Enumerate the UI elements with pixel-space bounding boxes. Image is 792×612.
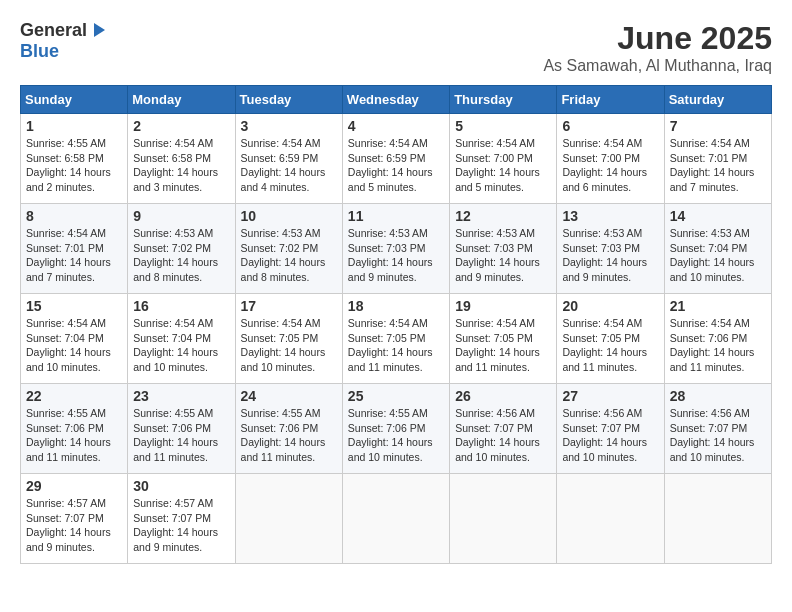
day-number: 22: [26, 388, 122, 404]
cell-info: Sunrise: 4:54 AMSunset: 7:04 PMDaylight:…: [26, 316, 122, 375]
calendar-cell: 8 Sunrise: 4:54 AMSunset: 7:01 PMDayligh…: [21, 204, 128, 294]
day-number: 18: [348, 298, 444, 314]
day-number: 30: [133, 478, 229, 494]
day-number: 20: [562, 298, 658, 314]
cell-info: Sunrise: 4:54 AMSunset: 7:05 PMDaylight:…: [348, 316, 444, 375]
calendar-cell: 30 Sunrise: 4:57 AMSunset: 7:07 PMDaylig…: [128, 474, 235, 564]
cell-info: Sunrise: 4:54 AMSunset: 6:59 PMDaylight:…: [348, 136, 444, 195]
day-number: 17: [241, 298, 337, 314]
calendar-cell: 16 Sunrise: 4:54 AMSunset: 7:04 PMDaylig…: [128, 294, 235, 384]
cell-info: Sunrise: 4:54 AMSunset: 7:05 PMDaylight:…: [562, 316, 658, 375]
location-title: As Samawah, Al Muthanna, Iraq: [543, 57, 772, 75]
calendar-cell: 29 Sunrise: 4:57 AMSunset: 7:07 PMDaylig…: [21, 474, 128, 564]
svg-marker-0: [94, 23, 105, 37]
cell-info: Sunrise: 4:53 AMSunset: 7:03 PMDaylight:…: [455, 226, 551, 285]
page-header: General Blue June 2025 As Samawah, Al Mu…: [20, 20, 772, 75]
cell-info: Sunrise: 4:55 AMSunset: 7:06 PMDaylight:…: [348, 406, 444, 465]
calendar-cell: [235, 474, 342, 564]
calendar-cell: 25 Sunrise: 4:55 AMSunset: 7:06 PMDaylig…: [342, 384, 449, 474]
calendar-cell: 2 Sunrise: 4:54 AMSunset: 6:58 PMDayligh…: [128, 114, 235, 204]
cell-info: Sunrise: 4:53 AMSunset: 7:02 PMDaylight:…: [133, 226, 229, 285]
cell-info: Sunrise: 4:56 AMSunset: 7:07 PMDaylight:…: [562, 406, 658, 465]
calendar-cell: 3 Sunrise: 4:54 AMSunset: 6:59 PMDayligh…: [235, 114, 342, 204]
logo: General Blue: [20, 20, 107, 62]
header-wednesday: Wednesday: [342, 86, 449, 114]
calendar-cell: 20 Sunrise: 4:54 AMSunset: 7:05 PMDaylig…: [557, 294, 664, 384]
day-number: 29: [26, 478, 122, 494]
day-number: 13: [562, 208, 658, 224]
calendar-cell: 6 Sunrise: 4:54 AMSunset: 7:00 PMDayligh…: [557, 114, 664, 204]
day-number: 28: [670, 388, 766, 404]
header-thursday: Thursday: [450, 86, 557, 114]
day-number: 1: [26, 118, 122, 134]
cell-info: Sunrise: 4:53 AMSunset: 7:03 PMDaylight:…: [562, 226, 658, 285]
week-row-2: 8 Sunrise: 4:54 AMSunset: 7:01 PMDayligh…: [21, 204, 772, 294]
month-title: June 2025: [543, 20, 772, 57]
cell-info: Sunrise: 4:54 AMSunset: 7:04 PMDaylight:…: [133, 316, 229, 375]
day-number: 11: [348, 208, 444, 224]
header-sunday: Sunday: [21, 86, 128, 114]
calendar-cell: 18 Sunrise: 4:54 AMSunset: 7:05 PMDaylig…: [342, 294, 449, 384]
day-number: 3: [241, 118, 337, 134]
day-number: 5: [455, 118, 551, 134]
cell-info: Sunrise: 4:53 AMSunset: 7:03 PMDaylight:…: [348, 226, 444, 285]
title-area: June 2025 As Samawah, Al Muthanna, Iraq: [543, 20, 772, 75]
header-saturday: Saturday: [664, 86, 771, 114]
cell-info: Sunrise: 4:55 AMSunset: 7:06 PMDaylight:…: [241, 406, 337, 465]
calendar-cell: 24 Sunrise: 4:55 AMSunset: 7:06 PMDaylig…: [235, 384, 342, 474]
logo-general: General: [20, 20, 87, 41]
day-number: 27: [562, 388, 658, 404]
calendar-cell: 27 Sunrise: 4:56 AMSunset: 7:07 PMDaylig…: [557, 384, 664, 474]
cell-info: Sunrise: 4:54 AMSunset: 6:59 PMDaylight:…: [241, 136, 337, 195]
cell-info: Sunrise: 4:54 AMSunset: 7:05 PMDaylight:…: [241, 316, 337, 375]
calendar-cell: 28 Sunrise: 4:56 AMSunset: 7:07 PMDaylig…: [664, 384, 771, 474]
week-row-3: 15 Sunrise: 4:54 AMSunset: 7:04 PMDaylig…: [21, 294, 772, 384]
calendar-cell: 23 Sunrise: 4:55 AMSunset: 7:06 PMDaylig…: [128, 384, 235, 474]
week-row-5: 29 Sunrise: 4:57 AMSunset: 7:07 PMDaylig…: [21, 474, 772, 564]
cell-info: Sunrise: 4:57 AMSunset: 7:07 PMDaylight:…: [133, 496, 229, 555]
header-monday: Monday: [128, 86, 235, 114]
calendar-table: Sunday Monday Tuesday Wednesday Thursday…: [20, 85, 772, 564]
day-number: 25: [348, 388, 444, 404]
cell-info: Sunrise: 4:54 AMSunset: 7:00 PMDaylight:…: [562, 136, 658, 195]
calendar-cell: 4 Sunrise: 4:54 AMSunset: 6:59 PMDayligh…: [342, 114, 449, 204]
cell-info: Sunrise: 4:54 AMSunset: 7:06 PMDaylight:…: [670, 316, 766, 375]
day-number: 7: [670, 118, 766, 134]
calendar-cell: [342, 474, 449, 564]
calendar-cell: 11 Sunrise: 4:53 AMSunset: 7:03 PMDaylig…: [342, 204, 449, 294]
day-number: 4: [348, 118, 444, 134]
calendar-cell: 22 Sunrise: 4:55 AMSunset: 7:06 PMDaylig…: [21, 384, 128, 474]
calendar-cell: 10 Sunrise: 4:53 AMSunset: 7:02 PMDaylig…: [235, 204, 342, 294]
logo-triangle-icon: [89, 21, 107, 39]
calendar-cell: 13 Sunrise: 4:53 AMSunset: 7:03 PMDaylig…: [557, 204, 664, 294]
cell-info: Sunrise: 4:56 AMSunset: 7:07 PMDaylight:…: [670, 406, 766, 465]
calendar-cell: 12 Sunrise: 4:53 AMSunset: 7:03 PMDaylig…: [450, 204, 557, 294]
week-row-1: 1 Sunrise: 4:55 AMSunset: 6:58 PMDayligh…: [21, 114, 772, 204]
calendar-cell: 1 Sunrise: 4:55 AMSunset: 6:58 PMDayligh…: [21, 114, 128, 204]
calendar-cell: 5 Sunrise: 4:54 AMSunset: 7:00 PMDayligh…: [450, 114, 557, 204]
day-number: 2: [133, 118, 229, 134]
header-tuesday: Tuesday: [235, 86, 342, 114]
calendar-cell: 19 Sunrise: 4:54 AMSunset: 7:05 PMDaylig…: [450, 294, 557, 384]
calendar-cell: 15 Sunrise: 4:54 AMSunset: 7:04 PMDaylig…: [21, 294, 128, 384]
calendar-header-row: Sunday Monday Tuesday Wednesday Thursday…: [21, 86, 772, 114]
cell-info: Sunrise: 4:54 AMSunset: 6:58 PMDaylight:…: [133, 136, 229, 195]
day-number: 19: [455, 298, 551, 314]
cell-info: Sunrise: 4:54 AMSunset: 7:00 PMDaylight:…: [455, 136, 551, 195]
logo-blue: Blue: [20, 41, 59, 62]
calendar-cell: [557, 474, 664, 564]
day-number: 24: [241, 388, 337, 404]
day-number: 26: [455, 388, 551, 404]
calendar-cell: 14 Sunrise: 4:53 AMSunset: 7:04 PMDaylig…: [664, 204, 771, 294]
calendar-cell: 26 Sunrise: 4:56 AMSunset: 7:07 PMDaylig…: [450, 384, 557, 474]
cell-info: Sunrise: 4:54 AMSunset: 7:01 PMDaylight:…: [670, 136, 766, 195]
cell-info: Sunrise: 4:57 AMSunset: 7:07 PMDaylight:…: [26, 496, 122, 555]
day-number: 6: [562, 118, 658, 134]
cell-info: Sunrise: 4:54 AMSunset: 7:05 PMDaylight:…: [455, 316, 551, 375]
day-number: 9: [133, 208, 229, 224]
calendar-cell: 21 Sunrise: 4:54 AMSunset: 7:06 PMDaylig…: [664, 294, 771, 384]
calendar-cell: [450, 474, 557, 564]
cell-info: Sunrise: 4:55 AMSunset: 7:06 PMDaylight:…: [26, 406, 122, 465]
day-number: 10: [241, 208, 337, 224]
day-number: 12: [455, 208, 551, 224]
